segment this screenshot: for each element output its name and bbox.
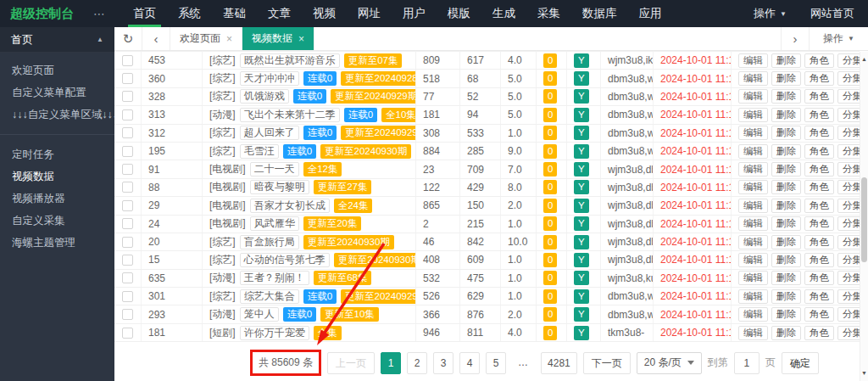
site-home-link[interactable]: 网站首页 [810, 6, 854, 21]
goto-page-input[interactable] [734, 352, 760, 374]
nav-item-2[interactable]: 系统 [167, 0, 212, 27]
row-title[interactable]: 心动的信号第七季 [240, 253, 330, 267]
scrollbar-up-icon[interactable]: ▲ [860, 53, 868, 65]
row-action-button[interactable]: 删除 [771, 307, 801, 322]
row-action-button[interactable]: 角色 [804, 289, 834, 304]
page-number-button[interactable]: 2 [407, 352, 427, 374]
row-action-button[interactable]: 删除 [771, 271, 801, 285]
row-action-button[interactable]: 删除 [771, 144, 801, 159]
nav-item-12[interactable]: 应用 [628, 0, 673, 27]
row-title[interactable]: 饥饿游戏 [240, 89, 289, 104]
row-action-button[interactable]: 角色 [804, 307, 834, 322]
row-action-button[interactable]: 分集剧情 [837, 216, 860, 231]
row-checkbox[interactable] [122, 255, 133, 266]
row-action-button[interactable]: 删除 [771, 126, 801, 140]
row-checkbox[interactable] [122, 73, 133, 84]
row-action-button[interactable]: 编辑 [738, 144, 768, 159]
nav-item-11[interactable]: 数据库 [571, 0, 628, 27]
row-action-button[interactable]: 编辑 [738, 126, 768, 140]
row-action-button[interactable]: 编辑 [738, 199, 768, 213]
row-action-button[interactable]: 分集剧情 [837, 307, 860, 322]
nav-item-8[interactable]: 模版 [437, 0, 481, 27]
row-action-button[interactable]: 编辑 [738, 235, 768, 249]
refresh-button[interactable]: ↻ [114, 27, 142, 50]
row-action-button[interactable]: 编辑 [738, 71, 768, 86]
vertical-scrollbar[interactable]: ▲ ▼ [860, 52, 868, 381]
row-action-button[interactable]: 分集剧情 [837, 89, 860, 104]
page-number-button[interactable]: 5 [486, 352, 506, 374]
row-action-button[interactable]: 删除 [771, 235, 801, 249]
row-checkbox[interactable] [122, 164, 133, 175]
sidebar-item[interactable]: 视频数据 [0, 165, 114, 188]
row-action-button[interactable]: 角色 [804, 271, 834, 285]
row-action-button[interactable]: 分集剧情 [837, 108, 860, 122]
sidebar-item[interactable]: 视频播放器 [0, 188, 114, 210]
row-action-button[interactable]: 编辑 [738, 108, 768, 122]
row-title[interactable]: 笼中人 [240, 307, 279, 322]
row-checkbox[interactable] [122, 328, 133, 339]
row-action-button[interactable]: 角色 [804, 199, 834, 213]
row-title[interactable]: 盲盒旅行局 [240, 235, 299, 249]
row-action-button[interactable]: 删除 [771, 180, 801, 194]
row-action-button[interactable]: 角色 [804, 253, 834, 267]
row-checkbox[interactable] [122, 291, 133, 302]
row-checkbox[interactable] [122, 200, 133, 211]
row-action-button[interactable]: 分集剧情 [837, 53, 860, 68]
row-title[interactable]: 既然出生就环游音乐 [240, 53, 340, 68]
row-action-button[interactable]: 角色 [804, 53, 834, 68]
row-checkbox[interactable] [122, 146, 133, 157]
page-number-button[interactable]: 3 [433, 352, 453, 374]
row-action-button[interactable]: 编辑 [738, 307, 768, 322]
row-action-button[interactable]: 分集剧情 [837, 271, 860, 285]
page-number-button[interactable]: 1 [381, 352, 401, 374]
sidebar-item[interactable]: 海螺主题管理 [0, 232, 114, 254]
goto-confirm-button[interactable]: 确定 [782, 352, 819, 374]
nav-item-5[interactable]: 视频 [302, 0, 347, 27]
row-action-button[interactable]: 角色 [804, 126, 834, 140]
nav-item-6[interactable]: 网址 [347, 0, 392, 27]
nav-item-3[interactable]: 基础 [212, 0, 257, 27]
row-action-button[interactable]: 删除 [771, 289, 801, 304]
row-action-button[interactable]: 分集剧情 [837, 144, 860, 159]
row-action-button[interactable]: 删除 [771, 89, 801, 104]
row-action-button[interactable]: 删除 [771, 199, 801, 213]
row-action-button[interactable]: 角色 [804, 326, 834, 340]
row-action-button[interactable]: 删除 [771, 108, 801, 122]
row-action-button[interactable]: 角色 [804, 144, 834, 159]
row-action-button[interactable]: 编辑 [738, 162, 768, 176]
row-checkbox[interactable] [122, 109, 133, 120]
nav-item-10[interactable]: 采集 [526, 0, 571, 27]
row-title[interactable]: 风武雁华 [250, 216, 299, 231]
row-action-button[interactable]: 删除 [771, 326, 801, 340]
tab-scroll-left-button[interactable]: ‹ [142, 27, 170, 50]
scrollbar-down-icon[interactable]: ▼ [860, 367, 868, 379]
sidebar-item[interactable]: 定时任务 [0, 143, 114, 165]
row-title[interactable]: 综艺大集合 [240, 289, 299, 304]
row-title[interactable]: 飞出个未来第十二季 [240, 108, 340, 122]
row-action-button[interactable]: 删除 [771, 162, 801, 176]
row-title[interactable]: 超人回来了 [240, 126, 299, 140]
row-action-button[interactable]: 分集剧情 [837, 199, 860, 213]
navbar-action-dropdown[interactable]: 操作 ▼ [754, 6, 787, 21]
row-action-button[interactable]: 删除 [771, 253, 801, 267]
row-action-button[interactable]: 角色 [804, 89, 834, 104]
row-action-button[interactable]: 角色 [804, 108, 834, 122]
sidebar-item[interactable]: ↓↓↓自定义菜单区域↓↓↓ [0, 104, 114, 126]
row-title[interactable]: 毛雪汪 [240, 144, 279, 159]
row-action-button[interactable]: 编辑 [738, 216, 768, 231]
row-action-button[interactable]: 分集剧情 [837, 126, 860, 140]
prev-page-button[interactable]: 上一页 [327, 352, 375, 374]
nav-item-4[interactable]: 文章 [257, 0, 302, 27]
sidebar-item[interactable]: 自定义采集 [0, 210, 114, 232]
row-action-button[interactable]: 编辑 [738, 89, 768, 104]
row-action-button[interactable]: 编辑 [738, 271, 768, 285]
sidebar-item[interactable]: 自定义菜单配置 [0, 81, 114, 104]
nav-item-9[interactable]: 生成 [481, 0, 526, 27]
row-title[interactable]: 二十一天 [250, 162, 299, 176]
row-action-button[interactable]: 编辑 [738, 326, 768, 340]
row-action-button[interactable]: 编辑 [738, 289, 768, 304]
row-checkbox[interactable] [122, 309, 133, 320]
row-action-button[interactable]: 分集剧情 [837, 289, 860, 304]
row-checkbox[interactable] [122, 91, 133, 102]
row-action-button[interactable]: 分集剧情 [837, 162, 860, 176]
